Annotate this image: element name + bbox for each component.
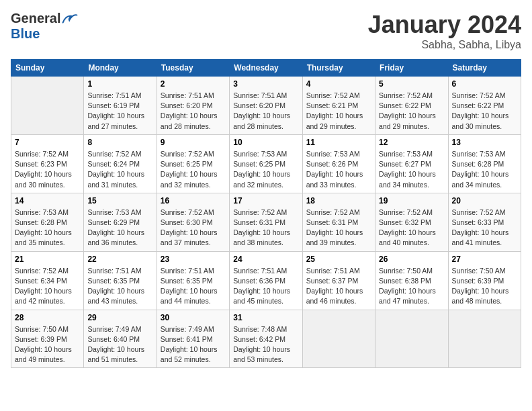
- day-number: 12: [379, 138, 444, 147]
- day-info: Sunrise: 7:52 AMSunset: 6:31 PMDaylight:…: [306, 208, 371, 248]
- page-header: General Blue January 2024 Sabha, Sabha, …: [11, 11, 521, 51]
- day-info: Sunrise: 7:48 AMSunset: 6:42 PMDaylight:…: [233, 324, 298, 365]
- day-number: 21: [15, 255, 80, 264]
- calendar-cell: 12Sunrise: 7:53 AMSunset: 6:27 PMDayligh…: [375, 134, 448, 193]
- month-title: January 2024: [368, 11, 521, 39]
- calendar-cell: 24Sunrise: 7:51 AMSunset: 6:36 PMDayligh…: [230, 251, 302, 310]
- day-info: Sunrise: 7:53 AMSunset: 6:28 PMDaylight:…: [452, 149, 517, 190]
- day-info: Sunrise: 7:49 AMSunset: 6:40 PMDaylight:…: [87, 324, 152, 365]
- day-info: Sunrise: 7:53 AMSunset: 6:27 PMDaylight:…: [379, 149, 444, 190]
- day-number: 22: [87, 255, 152, 264]
- calendar-cell: [375, 310, 448, 368]
- calendar-week-row: 7Sunrise: 7:52 AMSunset: 6:23 PMDaylight…: [11, 134, 521, 193]
- day-number: 1: [87, 79, 152, 89]
- day-number: 18: [306, 196, 371, 205]
- day-info: Sunrise: 7:51 AMSunset: 6:20 PMDaylight:…: [161, 91, 226, 132]
- calendar-week-row: 1Sunrise: 7:51 AMSunset: 6:19 PMDaylight…: [11, 77, 521, 135]
- calendar-cell: 9Sunrise: 7:52 AMSunset: 6:25 PMDaylight…: [157, 134, 229, 193]
- day-info: Sunrise: 7:52 AMSunset: 6:32 PMDaylight:…: [379, 208, 444, 248]
- calendar-cell: 7Sunrise: 7:52 AMSunset: 6:23 PMDaylight…: [11, 134, 84, 193]
- calendar-cell: 11Sunrise: 7:53 AMSunset: 6:26 PMDayligh…: [302, 134, 375, 193]
- logo-blue-text: Blue: [11, 26, 40, 42]
- day-info: Sunrise: 7:49 AMSunset: 6:41 PMDaylight:…: [161, 324, 226, 365]
- calendar-cell: 26Sunrise: 7:50 AMSunset: 6:38 PMDayligh…: [375, 251, 448, 310]
- day-info: Sunrise: 7:52 AMSunset: 6:22 PMDaylight:…: [379, 91, 444, 132]
- day-info: Sunrise: 7:51 AMSunset: 6:35 PMDaylight:…: [87, 266, 152, 307]
- day-number: 17: [233, 196, 298, 205]
- day-number: 23: [161, 255, 226, 264]
- calendar-cell: 8Sunrise: 7:52 AMSunset: 6:24 PMDaylight…: [84, 134, 157, 193]
- calendar-cell: [302, 310, 375, 368]
- day-number: 31: [233, 313, 298, 322]
- day-number: 7: [15, 138, 80, 147]
- day-info: Sunrise: 7:52 AMSunset: 6:24 PMDaylight:…: [87, 149, 152, 190]
- day-number: 28: [15, 313, 80, 322]
- day-info: Sunrise: 7:52 AMSunset: 6:23 PMDaylight:…: [15, 149, 80, 190]
- day-number: 25: [306, 255, 371, 264]
- calendar-cell: 29Sunrise: 7:49 AMSunset: 6:40 PMDayligh…: [84, 310, 157, 368]
- day-info: Sunrise: 7:52 AMSunset: 6:30 PMDaylight:…: [161, 208, 226, 248]
- day-number: 30: [161, 313, 226, 322]
- day-number: 3: [233, 79, 298, 89]
- day-info: Sunrise: 7:51 AMSunset: 6:19 PMDaylight:…: [87, 91, 152, 132]
- day-number: 5: [379, 79, 444, 89]
- day-info: Sunrise: 7:52 AMSunset: 6:31 PMDaylight:…: [233, 208, 298, 248]
- day-number: 27: [452, 255, 517, 264]
- calendar-cell: 3Sunrise: 7:51 AMSunset: 6:20 PMDaylight…: [230, 77, 302, 135]
- day-info: Sunrise: 7:52 AMSunset: 6:33 PMDaylight:…: [452, 208, 517, 248]
- day-number: 8: [87, 138, 152, 147]
- calendar-cell: 28Sunrise: 7:50 AMSunset: 6:39 PMDayligh…: [11, 310, 84, 368]
- calendar-cell: 14Sunrise: 7:53 AMSunset: 6:28 PMDayligh…: [11, 193, 84, 251]
- calendar-cell: 16Sunrise: 7:52 AMSunset: 6:30 PMDayligh…: [157, 193, 229, 251]
- calendar-cell: [448, 310, 521, 368]
- day-info: Sunrise: 7:51 AMSunset: 6:37 PMDaylight:…: [306, 266, 371, 307]
- day-info: Sunrise: 7:52 AMSunset: 6:21 PMDaylight:…: [306, 91, 371, 132]
- day-number: 24: [233, 255, 298, 264]
- calendar-cell: 23Sunrise: 7:51 AMSunset: 6:35 PMDayligh…: [157, 251, 229, 310]
- logo-bird-icon: [62, 12, 78, 26]
- calendar-cell: 4Sunrise: 7:52 AMSunset: 6:21 PMDaylight…: [302, 77, 375, 135]
- day-info: Sunrise: 7:52 AMSunset: 6:34 PMDaylight:…: [15, 266, 80, 307]
- day-number: 26: [379, 255, 444, 264]
- day-info: Sunrise: 7:53 AMSunset: 6:28 PMDaylight:…: [15, 208, 80, 248]
- calendar-cell: 20Sunrise: 7:52 AMSunset: 6:33 PMDayligh…: [448, 193, 521, 251]
- calendar-table: SundayMondayTuesdayWednesdayThursdayFrid…: [11, 59, 521, 368]
- day-number: 16: [161, 196, 226, 205]
- title-block: January 2024 Sabha, Sabha, Libya: [368, 11, 521, 51]
- calendar-week-row: 14Sunrise: 7:53 AMSunset: 6:28 PMDayligh…: [11, 193, 521, 251]
- calendar-cell: 31Sunrise: 7:48 AMSunset: 6:42 PMDayligh…: [230, 310, 302, 368]
- calendar-cell: 10Sunrise: 7:53 AMSunset: 6:25 PMDayligh…: [230, 134, 302, 193]
- calendar-cell: 21Sunrise: 7:52 AMSunset: 6:34 PMDayligh…: [11, 251, 84, 310]
- day-number: 13: [452, 138, 517, 147]
- day-number: 29: [87, 313, 152, 322]
- calendar-cell: 19Sunrise: 7:52 AMSunset: 6:32 PMDayligh…: [375, 193, 448, 251]
- day-info: Sunrise: 7:53 AMSunset: 6:25 PMDaylight:…: [233, 149, 298, 190]
- header-tuesday: Tuesday: [157, 60, 229, 77]
- day-info: Sunrise: 7:51 AMSunset: 6:35 PMDaylight:…: [161, 266, 226, 307]
- header-wednesday: Wednesday: [230, 60, 302, 77]
- location: Sabha, Sabha, Libya: [368, 39, 521, 51]
- day-number: 2: [161, 79, 226, 89]
- calendar-cell: 18Sunrise: 7:52 AMSunset: 6:31 PMDayligh…: [302, 193, 375, 251]
- calendar-week-row: 21Sunrise: 7:52 AMSunset: 6:34 PMDayligh…: [11, 251, 521, 310]
- logo: General Blue: [11, 11, 78, 42]
- header-sunday: Sunday: [11, 60, 84, 77]
- header-monday: Monday: [84, 60, 157, 77]
- day-info: Sunrise: 7:50 AMSunset: 6:39 PMDaylight:…: [15, 324, 80, 365]
- day-info: Sunrise: 7:50 AMSunset: 6:38 PMDaylight:…: [379, 266, 444, 307]
- calendar-cell: 5Sunrise: 7:52 AMSunset: 6:22 PMDaylight…: [375, 77, 448, 135]
- day-info: Sunrise: 7:52 AMSunset: 6:25 PMDaylight:…: [161, 149, 226, 190]
- day-number: 19: [379, 196, 444, 205]
- calendar-cell: 27Sunrise: 7:50 AMSunset: 6:39 PMDayligh…: [448, 251, 521, 310]
- calendar-cell: 30Sunrise: 7:49 AMSunset: 6:41 PMDayligh…: [157, 310, 229, 368]
- day-info: Sunrise: 7:53 AMSunset: 6:26 PMDaylight:…: [306, 149, 371, 190]
- calendar-cell: 17Sunrise: 7:52 AMSunset: 6:31 PMDayligh…: [230, 193, 302, 251]
- calendar-cell: 13Sunrise: 7:53 AMSunset: 6:28 PMDayligh…: [448, 134, 521, 193]
- day-number: 6: [452, 79, 517, 89]
- day-info: Sunrise: 7:51 AMSunset: 6:20 PMDaylight:…: [233, 91, 298, 132]
- day-number: 20: [452, 196, 517, 205]
- day-info: Sunrise: 7:53 AMSunset: 6:29 PMDaylight:…: [87, 208, 152, 248]
- header-friday: Friday: [375, 60, 448, 77]
- logo-general-text: General: [11, 11, 60, 26]
- calendar-cell: 1Sunrise: 7:51 AMSunset: 6:19 PMDaylight…: [84, 77, 157, 135]
